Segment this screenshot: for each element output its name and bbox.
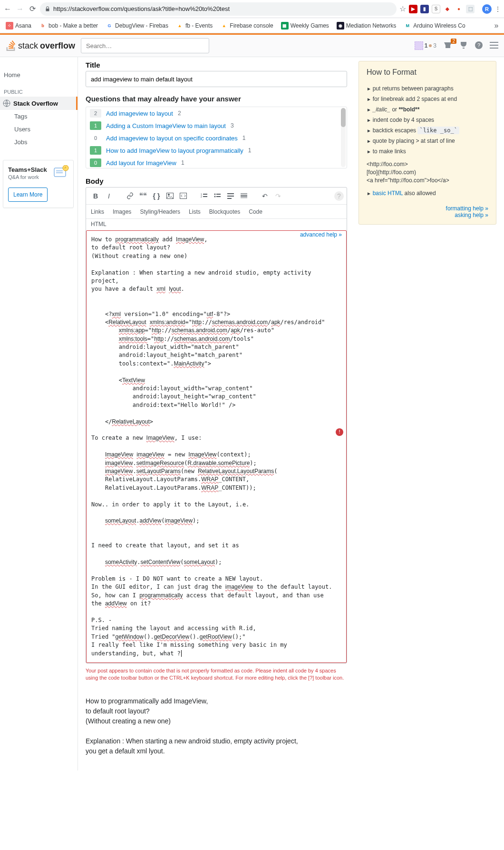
heading-button[interactable] <box>225 190 236 202</box>
similar-question-row[interactable]: 1How to add ImageView to layout programm… <box>86 144 347 157</box>
code-button[interactable]: { } <box>151 190 162 202</box>
bookmark-item[interactable]: bbob - Make a better <box>36 20 101 31</box>
ext-3[interactable]: S <box>432 5 440 13</box>
bookmark-favicon: ◉ <box>337 22 344 30</box>
ext-5[interactable]: ● <box>455 5 463 13</box>
svg-rect-22 <box>227 193 234 194</box>
ext-2[interactable]: ▮ <box>420 5 429 13</box>
svg-point-12 <box>168 194 169 196</box>
quote-button[interactable]: ““ <box>137 190 149 202</box>
help-icon[interactable]: ? <box>475 41 483 51</box>
nav-tags[interactable]: Tags <box>0 110 78 123</box>
title-input[interactable] <box>86 71 347 87</box>
inbox-icon[interactable]: 2 <box>443 41 453 50</box>
lock-icon <box>45 6 50 12</box>
bookmark-item[interactable]: ▲Firebase console <box>217 20 276 31</box>
editor-tab[interactable]: Lists <box>189 208 201 215</box>
bookmarks-bar: ⁘Asanabbob - Make a betterGDebugView - F… <box>0 18 504 33</box>
svg-rect-3 <box>490 42 498 43</box>
site-switcher-icon[interactable] <box>490 41 498 51</box>
svg-rect-23 <box>227 196 234 197</box>
error-indicator-icon: ! <box>336 428 343 436</box>
nav-section-public: PUBLIC <box>0 81 78 97</box>
bookmark-favicon: M <box>404 22 411 30</box>
ext-ublock[interactable]: ◆ <box>443 5 452 13</box>
editor-help-icon[interactable]: ? <box>334 191 344 201</box>
body-label: Body <box>86 177 347 185</box>
editor-tab-html[interactable]: HTML <box>91 221 107 227</box>
bookmark-favicon: ⁘ <box>6 22 13 30</box>
teams-promo-card: Teams+Slack Q&A for work Learn More <box>3 160 74 208</box>
snippet-button[interactable] <box>177 190 189 202</box>
editor-tab[interactable]: Links <box>91 208 104 215</box>
nav-forward-icon[interactable]: → <box>15 4 25 14</box>
answer-count-badge: 1 <box>90 121 101 130</box>
nav-stackoverflow[interactable]: Stack Overflow <box>0 97 78 110</box>
image-button[interactable] <box>164 190 175 202</box>
bookmark-favicon: ▲ <box>176 22 184 30</box>
howto-item: for linebreak add 2 spaces at end <box>367 94 488 104</box>
title-label: Title <box>86 61 347 69</box>
svg-rect-0 <box>415 41 423 50</box>
user-rep-badge[interactable]: 1 3 <box>415 41 436 50</box>
teams-illustration-icon <box>53 165 69 179</box>
bold-button[interactable]: B <box>90 190 101 202</box>
similar-question-link[interactable]: Add layout for ImageView <box>106 159 176 167</box>
nav-back-icon[interactable]: ← <box>3 4 12 14</box>
nav-home[interactable]: Home <box>0 69 78 81</box>
undo-button[interactable]: ↶ <box>259 190 271 202</box>
similar-question-link[interactable]: Add imageview to layout on specific coor… <box>106 135 238 142</box>
editor-tab[interactable]: Code <box>249 208 262 215</box>
bronze-badge-icon <box>429 44 432 47</box>
similar-question-row[interactable]: 0Add layout for ImageView1 <box>86 157 347 168</box>
site-logo[interactable]: stackoverflow <box>6 40 75 51</box>
body-editor: B I ““ { } 12 ↶ <box>86 187 347 663</box>
bookmark-star-icon[interactable]: ☆ <box>399 4 406 13</box>
bookmark-item[interactable]: MArduino Wireless Co <box>401 20 468 31</box>
howto-item: backtick escapes `like _so_` <box>367 125 488 136</box>
similar-scrollbar-thumb[interactable] <box>341 108 346 127</box>
achievements-icon[interactable] <box>459 41 468 51</box>
editor-tab[interactable]: Blockquotes <box>209 208 240 215</box>
svg-rect-27 <box>241 196 247 197</box>
formatting-help-link[interactable]: formatting help » <box>367 205 488 212</box>
ext-youtube[interactable]: ▶ <box>409 5 417 13</box>
nav-users[interactable]: Users <box>0 123 78 136</box>
site-search-input[interactable] <box>81 38 209 53</box>
similar-question-link[interactable]: How to add ImageView to layout programma… <box>106 147 243 154</box>
olist-button[interactable]: 12 <box>198 190 210 202</box>
similar-question-row[interactable]: 0Add imageview to layout on specific coo… <box>86 132 347 144</box>
similar-question-row[interactable]: 2Add imageview to layout2 <box>86 107 347 119</box>
similar-question-row[interactable]: 1Adding a Custom ImageView to main layou… <box>86 119 347 132</box>
hr-button[interactable] <box>238 190 250 202</box>
similar-question-link[interactable]: Adding a Custom ImageView to main layout <box>106 122 226 129</box>
asking-help-link[interactable]: asking help » <box>367 212 488 218</box>
how-to-format-panel: How to Format put returns between paragr… <box>359 61 496 225</box>
editor-tab[interactable]: Styling/Headers <box>140 208 180 215</box>
profile-avatar[interactable]: R <box>482 4 492 14</box>
howto-link-examples: <http://foo.com> [foo](http://foo.com) <… <box>367 160 488 184</box>
italic-button[interactable]: I <box>103 190 115 202</box>
link-button[interactable] <box>124 190 136 202</box>
nav-reload-icon[interactable]: ⟳ <box>28 4 37 14</box>
address-bar[interactable]: https://stackoverflow.com/questions/ask?… <box>40 2 397 16</box>
bookmark-favicon: ▦ <box>281 22 289 30</box>
similar-question-link[interactable]: Add imageview to layout <box>106 110 173 117</box>
bookmarks-overflow-icon[interactable]: » <box>492 21 501 30</box>
howto-item: put returns between paragraphs <box>367 83 488 94</box>
bookmark-item[interactable]: ▦Weekly Games <box>278 20 332 31</box>
body-textarea[interactable]: How to programmatically add ImageView, t… <box>86 230 347 663</box>
redo-button[interactable]: ↷ <box>272 190 284 202</box>
bookmark-item[interactable]: ▲fb - Events <box>173 20 215 31</box>
ext-6[interactable]: ⬚ <box>466 5 475 13</box>
bookmark-item[interactable]: ◉Mediation Networks <box>334 20 399 31</box>
teams-learn-more-button[interactable]: Learn More <box>8 188 48 202</box>
editor-error-message: Your post appears to contain code that i… <box>86 667 347 682</box>
bookmark-item[interactable]: ⁘Asana <box>3 20 34 31</box>
chrome-menu-icon[interactable]: ⋮ <box>494 5 501 13</box>
nav-jobs[interactable]: Jobs <box>0 136 78 148</box>
bookmark-item[interactable]: GDebugView - Firebas <box>103 20 171 31</box>
ulist-button[interactable] <box>212 190 223 202</box>
editor-tab[interactable]: Images <box>113 208 131 215</box>
svg-rect-15 <box>203 194 207 195</box>
